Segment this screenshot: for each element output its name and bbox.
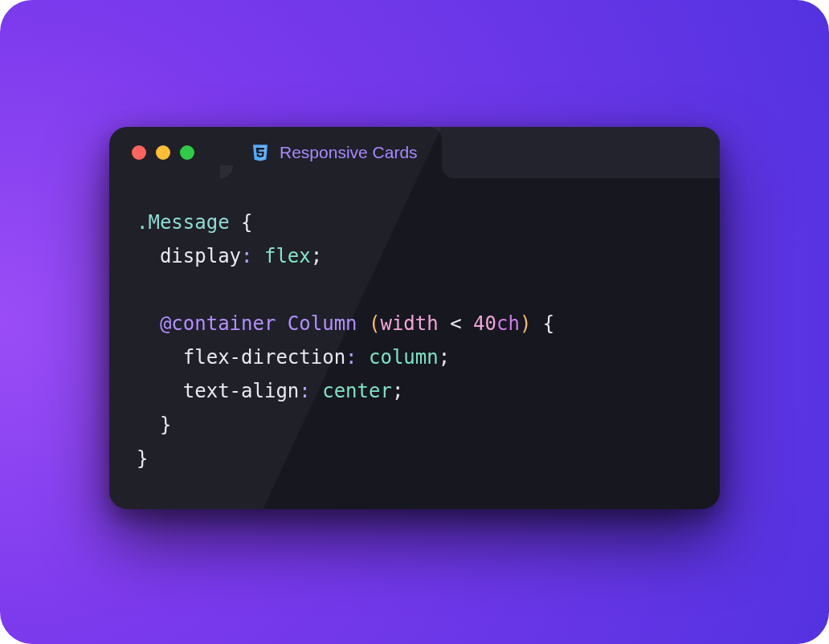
code-line: } (137, 442, 692, 475)
code-line: text-align: center; (137, 374, 692, 408)
tab-strip: Responsive Cards (233, 127, 720, 178)
zoom-icon[interactable] (180, 145, 194, 160)
window-titlebar: Responsive Cards (109, 127, 720, 178)
close-icon[interactable] (132, 145, 146, 160)
tab-label: Responsive Cards (280, 143, 418, 162)
code-line: display: flex; (137, 239, 692, 273)
code-line: @container Column (width < 40ch) { (137, 307, 692, 340)
code-window: Responsive Cards .Message {display: flex… (109, 127, 720, 509)
css3-icon (251, 143, 270, 162)
minimize-icon[interactable] (156, 145, 170, 160)
tab-responsive-cards[interactable]: Responsive Cards (233, 127, 442, 178)
traffic-lights (109, 145, 194, 160)
code-editor-content: .Message {display: flex; @container Colu… (109, 178, 720, 509)
background-gradient: Responsive Cards .Message {display: flex… (0, 0, 829, 644)
code-line: .Message { (137, 206, 692, 239)
code-line: } (137, 408, 692, 442)
code-line: flex-direction: column; (137, 340, 692, 374)
code-blank-line (137, 273, 692, 307)
